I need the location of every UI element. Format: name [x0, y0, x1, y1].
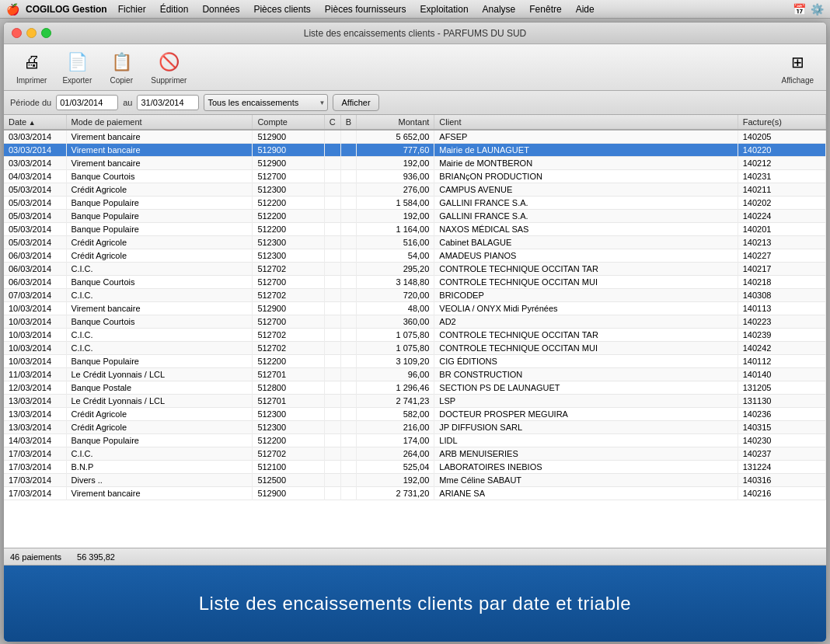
col-date[interactable]: Date [4, 115, 66, 130]
table-cell [324, 381, 340, 395]
menu-pieces-clients[interactable]: Pièces clients [247, 0, 316, 19]
table-row[interactable]: 11/03/2014Le Crédit Lyonnais / LCL512701… [4, 368, 826, 381]
table-row[interactable]: 13/03/2014Le Crédit Lyonnais / LCL512701… [4, 395, 826, 408]
affichage-button[interactable]: ⊞ Affichage [775, 47, 820, 88]
table-cell: 512200 [253, 197, 324, 210]
imprimer-button[interactable]: 🖨 Imprimer [10, 47, 53, 88]
table-row[interactable]: 14/03/2014Banque Populaire512200174,00LI… [4, 434, 826, 447]
afficher-button[interactable]: Afficher [333, 94, 378, 111]
table-cell [324, 408, 340, 421]
table-cell: GALLINI FRANCE S.A. [434, 210, 738, 223]
table-row[interactable]: 05/03/2014Crédit Agricole512300276,00CAM… [4, 183, 826, 197]
table-row[interactable]: 04/03/2014Banque Courtois512700936,00BRI… [4, 170, 826, 183]
table-cell: Virement bancaire [66, 487, 253, 500]
table-row[interactable]: 06/03/2014Crédit Agricole51230054,00AMAD… [4, 249, 826, 263]
table-row[interactable]: 13/03/2014Crédit Agricole512300582,00DOC… [4, 408, 826, 421]
menu-exploitation[interactable]: Exploitation [414, 0, 475, 19]
table-cell: 13/03/2014 [4, 421, 66, 434]
table-cell [340, 395, 356, 408]
table-cell: DOCTEUR PROSPER MEGUIRA [434, 408, 738, 421]
table-row[interactable]: 10/03/2014Virement bancaire51290048,00VE… [4, 302, 826, 315]
exporter-button[interactable]: 📄 Exporter [56, 47, 98, 88]
table-row[interactable]: 07/03/2014C.I.C.512702720,00BRICODEP1403… [4, 289, 826, 302]
col-factures[interactable]: Facture(s) [738, 115, 825, 130]
table-row[interactable]: 10/03/2014Banque Courtois512700360,00AD2… [4, 315, 826, 329]
table-cell: CONTROLE TECHNIQUE OCCITAN MUI [434, 276, 738, 289]
exporter-label: Exporter [62, 76, 92, 85]
table-row[interactable]: 10/03/2014C.I.C.5127021 075,80CONTROLE T… [4, 342, 826, 355]
table-cell: 512800 [253, 381, 324, 395]
table-row[interactable]: 06/03/2014Banque Courtois5127003 148,80C… [4, 276, 826, 289]
supprimer-button[interactable]: 🚫 Supprimer [145, 47, 193, 88]
table-cell: 131224 [738, 461, 825, 474]
col-c[interactable]: C [324, 115, 340, 130]
table-cell: 96,00 [357, 368, 434, 381]
table-cell [324, 276, 340, 289]
menu-fichier[interactable]: Fichier [112, 0, 152, 19]
maximize-button[interactable] [41, 28, 51, 38]
menu-edition[interactable]: Édition [154, 0, 195, 19]
close-button[interactable] [12, 28, 22, 38]
menu-donnees[interactable]: Données [196, 0, 246, 19]
table-row[interactable]: 03/03/2014Virement bancaire512900192,00M… [4, 157, 826, 170]
table-row[interactable]: 12/03/2014Banque Postale5128001 296,46SE… [4, 381, 826, 395]
table-row[interactable]: 05/03/2014Banque Populaire5122001 164,00… [4, 223, 826, 236]
table-row[interactable]: 05/03/2014Crédit Agricole512300516,00Cab… [4, 236, 826, 249]
app-name[interactable]: COGILOG Gestion [26, 4, 107, 15]
table-cell: 10/03/2014 [4, 315, 66, 329]
table-cell [340, 236, 356, 249]
table-row[interactable]: 06/03/2014C.I.C.512702295,20CONTROLE TEC… [4, 263, 826, 276]
menu-aide[interactable]: Aide [570, 0, 601, 19]
date-to-input[interactable] [137, 95, 199, 110]
table-row[interactable]: 13/03/2014Crédit Agricole512300216,00JP … [4, 421, 826, 434]
table-row[interactable]: 03/03/2014Virement bancaire5129005 652,0… [4, 130, 826, 144]
table-row[interactable]: 10/03/2014C.I.C.5127021 075,80CONTROLE T… [4, 329, 826, 342]
col-b[interactable]: B [340, 115, 356, 130]
table-cell: Virement bancaire [66, 302, 253, 315]
table-cell [340, 130, 356, 144]
table-cell: 512900 [253, 487, 324, 500]
table-cell [324, 263, 340, 276]
table-cell: 1 075,80 [357, 342, 434, 355]
col-client[interactable]: Client [434, 115, 738, 130]
table-row[interactable]: 05/03/2014Banque Populaire5122001 584,00… [4, 197, 826, 210]
date-from-input[interactable] [56, 95, 118, 110]
copier-button[interactable]: 📋 Copier [101, 47, 141, 88]
table-cell [324, 144, 340, 157]
table-cell: 512200 [253, 210, 324, 223]
minimize-button[interactable] [26, 28, 37, 38]
table-cell [324, 461, 340, 474]
table-cell: 3 109,20 [357, 355, 434, 368]
table-cell: NAXOS MÉDICAL SAS [434, 223, 738, 236]
col-montant[interactable]: Montant [357, 115, 434, 130]
table-cell: 512300 [253, 183, 324, 197]
table-cell: 12/03/2014 [4, 381, 66, 395]
table-cell: CAMPUS AVENUE [434, 183, 738, 197]
col-compte[interactable]: Compte [253, 115, 324, 130]
table-row[interactable]: 17/03/2014C.I.C.512702264,00ARB MENUISER… [4, 447, 826, 461]
table-row[interactable]: 17/03/2014Virement bancaire5129002 731,2… [4, 487, 826, 500]
table-cell: 140113 [738, 302, 825, 315]
table-cell: 14/03/2014 [4, 434, 66, 447]
table-row[interactable]: 17/03/2014B.N.P512100525,04LABORATOIRES … [4, 461, 826, 474]
table-row[interactable]: 05/03/2014Banque Populaire512200192,00GA… [4, 210, 826, 223]
menu-analyse[interactable]: Analyse [476, 0, 522, 19]
filter-select[interactable]: Tous les encaissements Non lettrés Lettr… [204, 94, 328, 111]
table-cell [340, 302, 356, 315]
table-row[interactable]: 10/03/2014Banque Populaire5122003 109,20… [4, 355, 826, 368]
table-cell: 525,04 [357, 461, 434, 474]
menu-pieces-fournisseurs[interactable]: Pièces fournisseurs [319, 0, 413, 19]
table-container[interactable]: Date Mode de paiement Compte C B Montant… [4, 115, 826, 548]
table-cell: Banque Populaire [66, 355, 253, 368]
table-cell: 264,00 [357, 447, 434, 461]
table-cell: 06/03/2014 [4, 249, 66, 263]
menu-fenetre[interactable]: Fenêtre [523, 0, 567, 19]
table-row[interactable]: 03/03/2014Virement bancaire512900777,60M… [4, 144, 826, 157]
table-cell: ARB MENUISERIES [434, 447, 738, 461]
table-cell: Mme Céline SABAUT [434, 474, 738, 487]
apple-menu[interactable]: 🍎 [6, 3, 19, 16]
table-row[interactable]: 17/03/2014Divers ..512500192,00Mme Célin… [4, 474, 826, 487]
table-cell: 512702 [253, 263, 324, 276]
table-cell: 720,00 [357, 289, 434, 302]
col-mode[interactable]: Mode de paiement [66, 115, 253, 130]
